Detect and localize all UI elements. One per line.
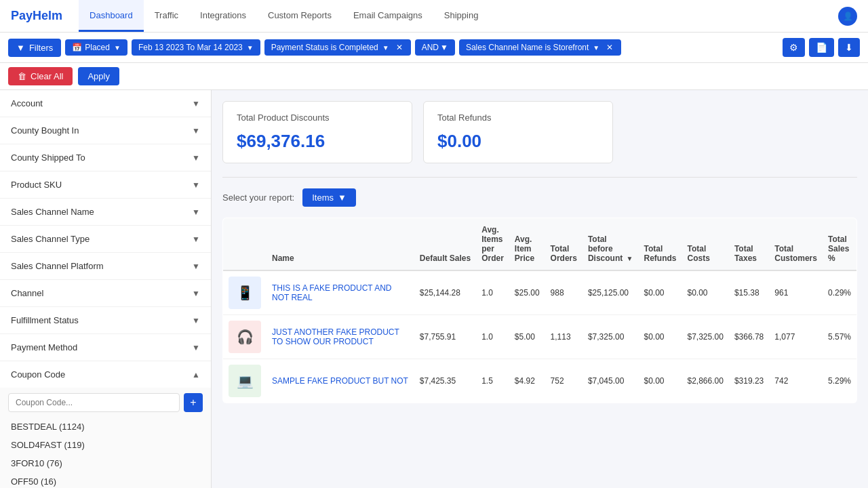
sidebar-item-payment-method: Payment Method ▼ xyxy=(0,334,211,361)
row1-default-sales: $25,144.28 xyxy=(414,270,476,315)
sales-channel-chevron: ▼ xyxy=(593,44,599,52)
coupon-list-item-bestdeal[interactable]: BESTDEAL (1124) xyxy=(8,418,203,436)
table-header-row: Name Default Sales Avg.ItemsperOrder Avg… xyxy=(223,218,857,271)
row1-total-before-discount: $25,125.00 xyxy=(583,270,639,315)
row2-name: JUST ANOTHER FAKE PRODUCT TO SHOW OUR PR… xyxy=(267,315,414,359)
sidebar-item-county-bought: County Bought In ▼ xyxy=(0,117,211,144)
sidebar-channel-header[interactable]: Channel ▼ xyxy=(0,280,211,306)
and-operator[interactable]: AND ▼ xyxy=(415,39,455,56)
col-default-sales[interactable]: Default Sales xyxy=(414,218,476,271)
coupon-code-expanded: + BESTDEAL (1124) SOLD4FAST (119) 3FOR10… xyxy=(0,388,211,488)
row2-thumb-img: 🎧 xyxy=(229,321,261,353)
county-shipped-chevron: ▼ xyxy=(192,153,200,163)
export-icon-btn[interactable]: 📄 xyxy=(809,38,834,57)
col-total-sales-pct[interactable]: TotalSales% xyxy=(823,218,857,271)
row2-default-sales: $7,755.91 xyxy=(414,315,476,359)
row3-total-taxes: $319.23 xyxy=(729,359,769,403)
nav-tab-custom-reports[interactable]: Custom Reports xyxy=(257,0,342,32)
coupon-list-item-3for10[interactable]: 3FOR10 (76) xyxy=(8,454,203,472)
row3-name-link[interactable]: SAMPLE FAKE PRODUCT BUT NOT xyxy=(272,376,408,386)
sidebar-sales-channel-type-header[interactable]: Sales Channel Type ▼ xyxy=(0,226,211,252)
sales-channel-filter-delete[interactable]: ✕ xyxy=(605,43,614,52)
navbar: PayHelm Dashboard Traffic Integrations C… xyxy=(0,0,868,33)
refunds-value: $0.00 xyxy=(437,131,599,152)
coupon-add-button[interactable]: + xyxy=(184,393,203,412)
filters-button[interactable]: ▼ Filters xyxy=(8,39,61,57)
payment-status-pill[interactable]: Payment Status is Completed ▼ ✕ xyxy=(264,39,411,56)
col-avg-items[interactable]: Avg.ItemsperOrder xyxy=(476,218,509,271)
action-bar: 🗑 Clear All Apply xyxy=(0,63,868,90)
sales-channel-platform-chevron: ▼ xyxy=(192,262,200,271)
nav-tab-traffic[interactable]: Traffic xyxy=(144,0,189,32)
row2-total-orders: 1,113 xyxy=(545,315,583,359)
coupon-code-chevron: ▲ xyxy=(192,370,200,380)
coupon-list: BESTDEAL (1124) SOLD4FAST (119) 3FOR10 (… xyxy=(8,418,203,488)
download-icon-btn[interactable]: ⬇ xyxy=(838,38,860,57)
sidebar-payment-method-header[interactable]: Payment Method ▼ xyxy=(0,334,211,361)
sidebar-item-sales-channel-type: Sales Channel Type ▼ xyxy=(0,226,211,253)
report-items-button[interactable]: Items ▼ xyxy=(302,188,356,207)
sidebar-item-sales-channel-platform: Sales Channel Platform ▼ xyxy=(0,253,211,280)
nav-tab-integrations[interactable]: Integrations xyxy=(189,0,257,32)
sidebar-sales-channel-name-header[interactable]: Sales Channel Name ▼ xyxy=(0,199,211,225)
nav-tab-email-campaigns[interactable]: Email Campaigns xyxy=(342,0,433,32)
payment-filter-delete[interactable]: ✕ xyxy=(395,43,404,52)
stat-card-refunds: Total Refunds $0.00 xyxy=(423,101,613,163)
row3-total-before-discount: $7,045.00 xyxy=(583,359,639,403)
row1-name-link[interactable]: THIS IS A FAKE PRODUCT AND NOT REAL xyxy=(272,283,392,302)
sidebar-item-product-sku: Product SKU ▼ xyxy=(0,171,211,199)
row2-name-link[interactable]: JUST ANOTHER FAKE PRODUCT TO SHOW OUR PR… xyxy=(272,327,399,346)
coupon-code-input[interactable] xyxy=(8,393,180,412)
row2-total-taxes: $366.78 xyxy=(729,315,769,359)
table-row: 🎧 JUST ANOTHER FAKE PRODUCT TO SHOW OUR … xyxy=(223,315,857,359)
sidebar-sales-channel-platform-header[interactable]: Sales Channel Platform ▼ xyxy=(0,253,211,279)
sidebar-product-sku-header[interactable]: Product SKU ▼ xyxy=(0,171,211,198)
date-chevron: ▼ xyxy=(247,44,254,52)
col-avg-price[interactable]: Avg.ItemPrice xyxy=(509,218,545,271)
row2-thumb: 🎧 xyxy=(223,315,267,359)
sales-channel-type-chevron: ▼ xyxy=(192,235,200,244)
row3-default-sales: $7,425.35 xyxy=(414,359,476,403)
apply-button[interactable]: Apply xyxy=(78,67,119,85)
row1-thumb-img: 📱 xyxy=(229,277,261,309)
date-range-pill[interactable]: Feb 13 2023 To Mar 14 2023 ▼ xyxy=(132,39,260,56)
placed-filter-pill[interactable]: 📅 Placed ▼ xyxy=(65,39,127,56)
nav-tab-dashboard[interactable]: Dashboard xyxy=(79,0,144,32)
row3-total-refunds: $0.00 xyxy=(639,359,682,403)
sidebar-county-shipped-header[interactable]: County Shipped To ▼ xyxy=(0,144,211,171)
sidebar-coupon-code-header[interactable]: Coupon Code ▲ xyxy=(0,361,211,388)
row1-avg-items: 1.0 xyxy=(476,270,509,315)
sidebar-item-fulfillment-status: Fulfillment Status ▼ xyxy=(0,307,211,334)
sales-channel-name-chevron: ▼ xyxy=(192,207,200,217)
stat-card-discounts: Total Product Discounts $69,376.16 xyxy=(222,101,412,163)
coupon-list-item-off50[interactable]: OFF50 (16) xyxy=(8,472,203,488)
col-name[interactable]: Name xyxy=(267,218,414,271)
sidebar-item-coupon-code: Coupon Code ▲ + BESTDEAL (1124) SOLD4FAS… xyxy=(0,361,211,488)
coupon-list-item-sold4fast[interactable]: SOLD4FAST (119) xyxy=(8,436,203,454)
col-total-taxes[interactable]: TotalTaxes xyxy=(729,218,769,271)
sidebar-account-header[interactable]: Account ▼ xyxy=(0,90,211,117)
refunds-label: Total Refunds xyxy=(437,113,599,123)
payment-chevron: ▼ xyxy=(382,44,389,52)
calendar-icon: 📅 xyxy=(72,43,82,52)
settings-icon-btn[interactable]: ⚙ xyxy=(783,38,805,57)
row2-total-refunds: $0.00 xyxy=(639,315,682,359)
col-total-orders[interactable]: TotalOrders xyxy=(545,218,583,271)
row1-total-costs: $0.00 xyxy=(682,270,729,315)
col-total-before-discount[interactable]: TotalbeforeDiscount ▼ xyxy=(583,218,639,271)
brand-logo: PayHelm xyxy=(11,9,62,23)
col-total-customers[interactable]: TotalCustomers xyxy=(769,218,823,271)
user-avatar[interactable]: 👤 xyxy=(838,7,857,26)
col-total-refunds[interactable]: TotalRefunds xyxy=(639,218,682,271)
row1-total-orders: 988 xyxy=(545,270,583,315)
sidebar: Account ▼ County Bought In ▼ County Ship… xyxy=(0,90,212,488)
account-chevron: ▼ xyxy=(192,99,200,108)
clear-all-button[interactable]: 🗑 Clear All xyxy=(8,67,73,85)
sidebar-fulfillment-status-header[interactable]: Fulfillment Status ▼ xyxy=(0,307,211,333)
sidebar-county-bought-header[interactable]: County Bought In ▼ xyxy=(0,117,211,144)
nav-tabs: Dashboard Traffic Integrations Custom Re… xyxy=(79,0,489,32)
col-total-costs[interactable]: TotalCosts xyxy=(682,218,729,271)
nav-tab-shipping[interactable]: Shipping xyxy=(433,0,490,32)
sales-channel-pill[interactable]: Sales Channel Name is Storefront ▼ ✕ xyxy=(459,39,621,56)
col-thumb xyxy=(223,218,267,271)
